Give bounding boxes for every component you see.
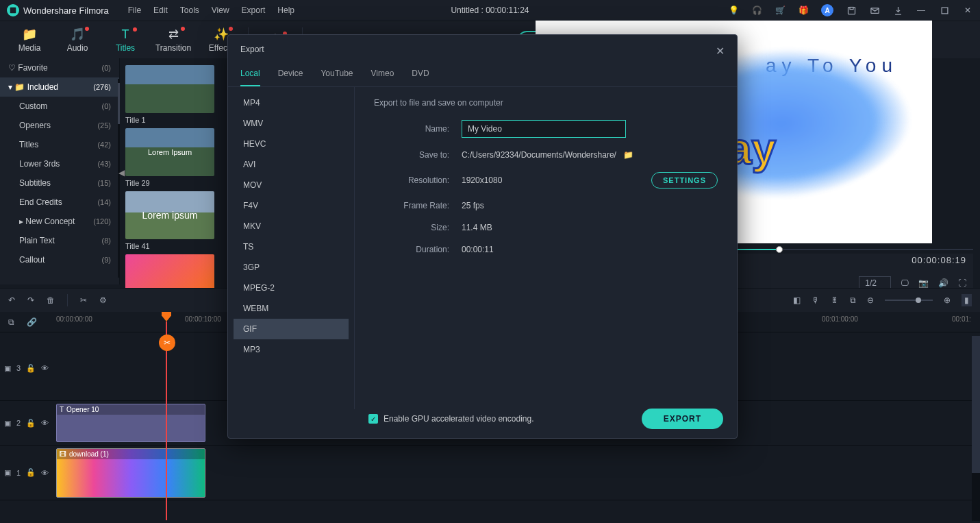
export-format-list: MP4 WMV HEVC AVI MOV F4V MKV TS 3GP MPEG… (228, 87, 355, 409)
close-icon[interactable]: ✕ (962, 5, 973, 16)
fmt-gif[interactable]: GIF (234, 319, 349, 339)
menu-help[interactable]: Help (277, 5, 294, 15)
marker-icon[interactable]: ◧ (793, 295, 801, 305)
eye-icon[interactable]: 👁 (41, 364, 49, 372)
fmt-avi[interactable]: AVI (234, 154, 349, 175)
crop-icon[interactable]: ⧉ (850, 295, 856, 305)
name-input[interactable] (462, 120, 626, 138)
zoom-fit-icon[interactable]: ▮ (962, 294, 972, 306)
sidebar-item-callout[interactable]: Callout(9) (0, 250, 119, 269)
match-icon[interactable]: ⧉ (8, 317, 14, 327)
gallery-thumb-29[interactable]: Lorem Ipsum (125, 128, 214, 176)
save-icon[interactable] (846, 5, 857, 16)
resolution-label: Resolution: (374, 175, 462, 185)
eye-icon[interactable]: 👁 (41, 419, 49, 427)
adjust-icon[interactable]: ⚙ (99, 295, 107, 305)
playhead-split-icon[interactable]: ✂ (159, 335, 175, 351)
lock-icon[interactable]: 🔓 (26, 419, 36, 428)
sidebar-item-newconcept[interactable]: ▸ New Concept(120) (0, 212, 119, 231)
fmt-mp3[interactable]: MP3 (234, 339, 349, 360)
fmt-mov[interactable]: MOV (234, 175, 349, 195)
collapse-arrow-icon[interactable]: ◀ (118, 168, 125, 178)
menu-file[interactable]: File (128, 5, 141, 15)
export-tab-local[interactable]: Local (240, 63, 260, 86)
export-button[interactable]: EXPORT (642, 409, 723, 429)
mixer-icon[interactable]: 🎚 (831, 295, 839, 305)
framerate-value: 25 fps (462, 201, 484, 210)
eye-icon[interactable]: 👁 (41, 469, 49, 477)
sidebar-item-titles[interactable]: Titles(42) (0, 135, 119, 154)
timeline-vscroll[interactable] (972, 336, 980, 521)
export-tab-youtube[interactable]: YouTube (321, 63, 353, 86)
delete-icon[interactable]: 🗑 (47, 295, 55, 305)
link-icon[interactable]: 🔗 (27, 317, 37, 327)
redo-icon[interactable]: ↷ (27, 295, 34, 305)
menu-edit[interactable]: Edit (153, 5, 168, 15)
user-avatar[interactable]: A (821, 4, 833, 16)
lock-icon[interactable]: 🔓 (26, 364, 36, 373)
fmt-webm[interactable]: WEBM (234, 298, 349, 319)
zoom-out-icon[interactable]: ⊖ (867, 295, 874, 305)
framerate-label: Frame Rate: (374, 201, 462, 210)
fmt-ts[interactable]: TS (234, 236, 349, 257)
clip-download-1[interactable]: 🎞download (1) (56, 448, 205, 498)
fmt-mkv[interactable]: MKV (234, 216, 349, 236)
mail-icon[interactable] (869, 5, 880, 16)
fmt-hevc[interactable]: HEVC (234, 134, 349, 154)
fmt-f4v[interactable]: F4V (234, 195, 349, 216)
tab-titles[interactable]: TTitles (101, 27, 149, 53)
sidebar-item-endcredits[interactable]: End Credits(14) (0, 193, 119, 212)
sidebar-item-subtitles[interactable]: Subtitles(15) (0, 173, 119, 193)
menu-tools[interactable]: Tools (180, 5, 199, 15)
cart-icon[interactable]: 🛒 (775, 5, 786, 16)
titles-gallery: ◀ Title 1 Lorem Ipsum Title 29 Lorem ips… (120, 58, 231, 284)
headset-icon[interactable]: 🎧 (751, 5, 762, 16)
gift-icon[interactable]: 🎁 (798, 5, 809, 16)
volume-icon[interactable]: 🔊 (938, 278, 948, 288)
browse-folder-icon[interactable]: 📁 (623, 150, 633, 160)
tab-audio[interactable]: 🎵Audio (53, 27, 101, 53)
settings-button[interactable]: SETTINGS (651, 172, 718, 188)
gpu-checkbox[interactable]: ✓ Enable GPU accelerated video encoding. (368, 414, 533, 424)
lock-icon[interactable]: 🔓 (26, 468, 36, 477)
fmt-wmv[interactable]: WMV (234, 113, 349, 134)
sidebar-item-lower3rds[interactable]: Lower 3rds(43) (0, 154, 119, 173)
filmora-logo-icon (7, 4, 19, 16)
zoom-slider[interactable] (885, 300, 933, 301)
sidebar-included[interactable]: ▾ 📁 Included(276) (0, 77, 119, 97)
track-1[interactable]: ▣1🔓👁 🎞download (1) (0, 446, 972, 500)
export-tab-device[interactable]: Device (278, 63, 303, 86)
download-icon[interactable] (892, 5, 903, 16)
display-icon[interactable]: 🖵 (901, 278, 909, 288)
app-logo: Wondershare Filmora (7, 4, 109, 16)
export-tab-vimeo[interactable]: Vimeo (371, 63, 394, 86)
gallery-thumb-1[interactable] (125, 65, 214, 113)
fmt-3gp[interactable]: 3GP (234, 257, 349, 278)
idea-icon[interactable]: 💡 (728, 5, 739, 16)
snapshot-icon[interactable]: 📷 (918, 278, 929, 288)
maximize-icon[interactable] (939, 5, 950, 16)
export-dialog: Export ✕ Local Device YouTube Vimeo DVD … (227, 34, 738, 439)
gallery-thumb-41[interactable]: Lorem ipsum (125, 191, 214, 239)
menu-export[interactable]: Export (242, 5, 266, 15)
titlebar-actions: 💡 🎧 🛒 🎁 A — ✕ (728, 4, 973, 16)
close-icon[interactable]: ✕ (716, 45, 725, 58)
sidebar-item-custom[interactable]: Custom(0) (0, 97, 119, 116)
tab-transition[interactable]: ⇄Transition (149, 27, 197, 53)
resolution-value: 1920x1080 (462, 175, 502, 185)
clip-opener-10[interactable]: TOpener 10 (56, 404, 205, 442)
fmt-mpeg2[interactable]: MPEG-2 (234, 278, 349, 298)
sidebar-favorite[interactable]: ♡ Favorite(0) (0, 58, 119, 77)
fmt-mp4[interactable]: MP4 (234, 93, 349, 113)
undo-icon[interactable]: ↶ (8, 295, 15, 305)
fullscreen-icon[interactable]: ⛶ (958, 278, 966, 288)
minimize-icon[interactable]: — (916, 5, 927, 16)
record-voice-icon[interactable]: 🎙 (812, 295, 820, 305)
sidebar-item-openers[interactable]: Openers(25) (0, 116, 119, 135)
menu-view[interactable]: View (212, 5, 229, 15)
tab-media[interactable]: 📁Media (5, 27, 53, 53)
cut-icon[interactable]: ✂ (80, 295, 87, 305)
export-tab-dvd[interactable]: DVD (412, 63, 429, 86)
zoom-in-icon[interactable]: ⊕ (944, 295, 951, 305)
sidebar-item-plaintext[interactable]: Plain Text(8) (0, 231, 119, 250)
